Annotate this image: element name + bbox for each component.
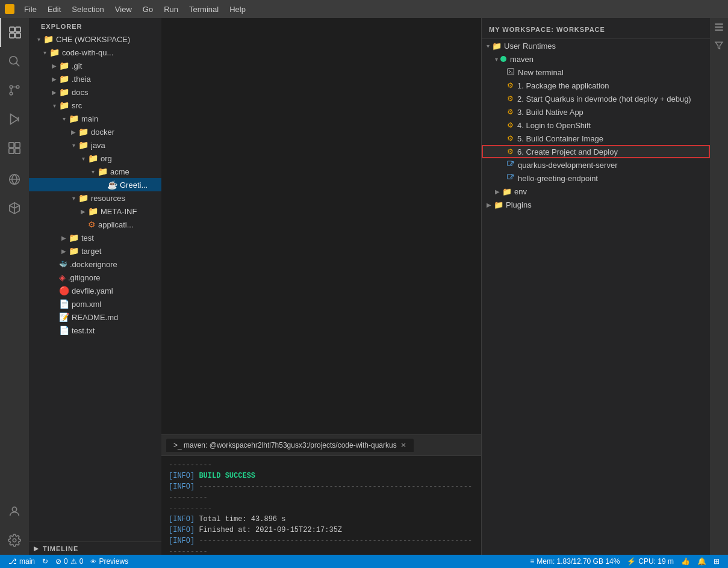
ws-section-env[interactable]: ▶ 📁 env [482, 185, 710, 198]
ws-section-plugins[interactable]: ▶ 📁 Plugins [482, 198, 710, 211]
ws-gear-icon-package: ⚙ [507, 81, 514, 90]
tree-root-che[interactable]: ▾ 📁 CHE (WORKSPACE) [29, 32, 161, 46]
status-memory[interactable]: ≡ Mem: 1.83/12.70 GB 14% [526, 555, 623, 568]
tree-item-greeti[interactable]: ▶ ☕ Greeti... [29, 178, 161, 191]
tree-item-applicati[interactable]: ▶ ⚙ applicati... [29, 218, 161, 231]
ws-item-hello-greeting[interactable]: hello-greeting-endpoint [482, 171, 710, 185]
activity-settings[interactable] [0, 526, 29, 555]
ws-label-env: env [514, 187, 527, 196]
tree-item-acme[interactable]: ▾ 📁 acme [29, 165, 161, 178]
timeline-label: TIMELINE [43, 545, 78, 552]
tree-item-docs[interactable]: ▶ 📁 docs [29, 85, 161, 99]
tree-item-resources[interactable]: ▾ 📁 resources [29, 191, 161, 205]
ws-item-devmode[interactable]: ⚙ 2. Start Quarkus in devmode (hot deplo… [482, 92, 710, 105]
ws-link-icon-quarkus-dev [507, 161, 514, 170]
ws-label-package: 1. Package the application [517, 81, 609, 90]
ws-section-maven[interactable]: ▾ maven [482, 52, 710, 66]
tree-item-devfile[interactable]: ▶ 🔴 devfile.yaml [29, 284, 161, 297]
status-thumbsup[interactable]: 👍 [677, 555, 694, 568]
timeline-section[interactable]: ▶ TIMELINE [29, 542, 161, 555]
activity-account[interactable] [0, 497, 29, 526]
menu-selection[interactable]: Selection [67, 4, 108, 15]
tree-item-code-with-qu[interactable]: ▾ 📁 code-with-qu... [29, 46, 161, 59]
menu-help[interactable]: Help [225, 4, 250, 15]
workspace-tree: ▾ 📁 User Runtimes ▾ maven New terminal [482, 39, 710, 555]
ws-label-login: 4. Login to OpenShift [517, 121, 591, 130]
tree-item-src[interactable]: ▾ 📁 src [29, 99, 161, 112]
activity-run[interactable] [0, 105, 29, 134]
tree-item-target[interactable]: ▶ 📁 target [29, 244, 161, 258]
warning-count: 0 [79, 557, 84, 566]
status-sync[interactable]: ↻ [39, 555, 52, 568]
menu-view[interactable]: View [110, 4, 137, 15]
activity-remote[interactable] [0, 165, 29, 194]
svg-rect-2 [10, 33, 14, 38]
center-and-right: >_ maven: @workspacehr2lhtl7h53gusx3:/pr… [161, 18, 728, 555]
svg-point-4 [10, 57, 17, 64]
file-icon-applicati: ⚙ [88, 220, 96, 229]
ws-item-build-native[interactable]: ⚙ 3. Build Native App [482, 105, 710, 119]
tree-item-readme[interactable]: ▶ 📝 README.md [29, 310, 161, 324]
ws-label-build-native: 3. Build Native App [517, 108, 583, 117]
status-branch[interactable]: ⎇ main [5, 555, 39, 568]
status-layout[interactable]: ⊞ [710, 555, 723, 568]
term-label-2: Finished at: 2021-09-15T22:17:35Z [194, 526, 342, 534]
tree-item-test[interactable]: ▶ 📁 test [29, 231, 161, 244]
tree-item-git[interactable]: ▶ 📁 .git [29, 59, 161, 72]
status-notification[interactable]: 🔔 [694, 555, 710, 568]
activity-extensions[interactable] [0, 134, 29, 162]
tree-item-test-txt[interactable]: ▶ 📄 test.txt [29, 324, 161, 337]
menu-go[interactable]: Go [138, 4, 158, 15]
tree-item-theia[interactable]: ▶ 📁 .theia [29, 72, 161, 85]
tree-item-meta-inf[interactable]: ▶ 📁 META-INF [29, 205, 161, 218]
ws-gear-icon-build-container: ⚙ [507, 134, 514, 143]
tree-item-docker[interactable]: ▶ 📁 docker [29, 125, 161, 138]
editor-area [161, 18, 481, 434]
status-cpu[interactable]: ⚡ CPU: 19 m [623, 555, 677, 568]
tree-item-org[interactable]: ▾ 📁 org [29, 152, 161, 165]
tree-item-dockerignore[interactable]: ▶ 🐳 .dockerignore [29, 258, 161, 271]
sidebar: EXPLORER ▾ 📁 CHE (WORKSPACE) ▾ 📁 code-wi… [29, 18, 161, 555]
activity-explorer[interactable] [0, 18, 29, 47]
tree-arrow-che: ▾ [34, 36, 43, 43]
term-info-5: [INFO] [169, 537, 194, 545]
right-activity [710, 18, 728, 555]
tree-label-readme: README.md [72, 313, 161, 322]
tree-item-gitignore[interactable]: ▶ ◈ .gitignore [29, 271, 161, 284]
layout-icon: ⊞ [714, 557, 720, 566]
activity-cube[interactable] [0, 194, 29, 223]
ws-section-user-runtimes[interactable]: ▾ 📁 User Runtimes [482, 39, 710, 52]
ws-terminal-icon-new-terminal [507, 68, 514, 77]
activity-search[interactable] [0, 47, 29, 76]
branch-label: main [19, 557, 35, 566]
ws-item-package[interactable]: ⚙ 1. Package the application [482, 79, 710, 92]
status-errors[interactable]: ⊘ 0 ⚠ 0 [52, 555, 87, 568]
status-previews[interactable]: 👁 Previews [87, 555, 132, 568]
term-dashes-2: ----------------------------------------… [169, 537, 472, 555]
ws-folder-icon-user-runtimes: 📁 [492, 42, 502, 51]
menu-edit[interactable]: Edit [43, 4, 66, 15]
right-icon-list[interactable] [710, 18, 728, 36]
ws-arrow-maven: ▾ [495, 56, 498, 63]
ws-item-quarkus-dev-server[interactable]: quarkus-development-server [482, 158, 710, 171]
terminal-tab-close[interactable]: ✕ [400, 441, 406, 449]
activity-source-control[interactable] [0, 76, 29, 105]
right-icon-filter[interactable] [710, 36, 728, 54]
tree-item-main[interactable]: ▾ 📁 main [29, 112, 161, 125]
ws-item-build-container[interactable]: ⚙ 5. Build Container Image [482, 132, 710, 145]
menu-terminal[interactable]: Terminal [184, 4, 223, 15]
menu-file[interactable]: File [19, 4, 42, 15]
ws-item-create-deploy[interactable]: ⚙ 6. Create Project and Deploy [482, 145, 710, 158]
tree-item-pom[interactable]: ▶ 📄 pom.xml [29, 297, 161, 310]
terminal-content[interactable]: ---------- [INFO] BUILD SUCCESS [INFO] -… [161, 456, 481, 555]
svg-rect-1 [16, 27, 20, 32]
previews-icon: 👁 [90, 558, 96, 565]
tree-item-java[interactable]: ▾ 📁 java [29, 138, 161, 152]
svg-rect-0 [10, 27, 14, 32]
menu-run[interactable]: Run [159, 4, 183, 15]
svg-rect-14 [15, 149, 20, 153]
terminal-tab[interactable]: >_ maven: @workspacehr2lhtl7h53gusx3:/pr… [166, 439, 414, 452]
ws-item-new-terminal[interactable]: New terminal [482, 66, 710, 79]
ws-item-login[interactable]: ⚙ 4. Login to OpenShift [482, 119, 710, 132]
workspace-header: MY WORKSPACE: WORKSPACE [482, 18, 710, 39]
